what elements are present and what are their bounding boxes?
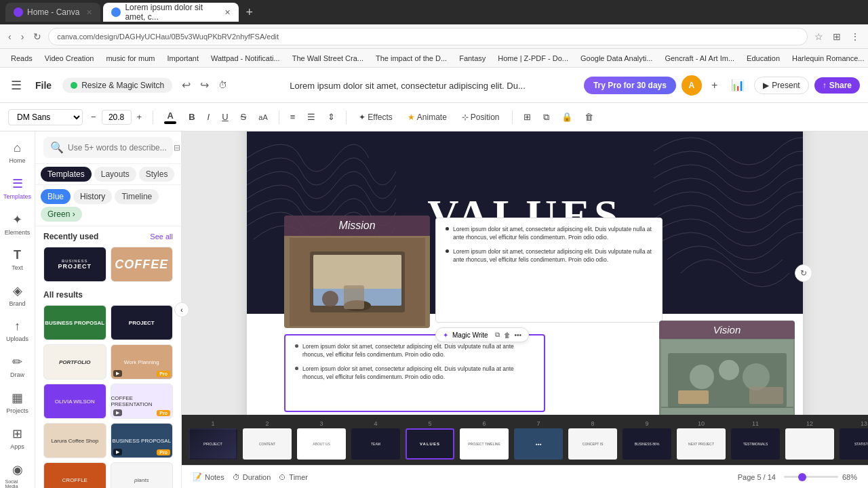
sidebar-item-templates[interactable]: ☰ Templates xyxy=(3,171,33,205)
add-user-button[interactable]: + xyxy=(707,77,722,94)
result-card-10[interactable]: plants xyxy=(111,462,174,488)
font-size-increase[interactable]: + xyxy=(133,109,146,125)
new-tab-button[interactable]: + xyxy=(241,5,257,20)
bookmark-zpdf[interactable]: Home | Z-PDF - Do... xyxy=(492,53,574,64)
sidebar-item-projects[interactable]: ▦ Projects xyxy=(3,385,33,420)
filter-history[interactable]: History xyxy=(73,189,112,204)
sidebar-collapse-button[interactable]: ‹ xyxy=(174,302,189,317)
back-button[interactable]: ‹ xyxy=(5,28,14,45)
thumb-4[interactable]: 4 TEAM xyxy=(351,420,400,460)
try-pro-button[interactable]: Try Pro for 30 days xyxy=(584,77,676,94)
analytics-button[interactable]: 📊 xyxy=(727,76,749,94)
result-card-9[interactable]: CROFFLE xyxy=(43,462,106,488)
thumb-box-7[interactable]: ●●● xyxy=(514,428,563,460)
result-card-7[interactable]: Larura Coffee Shop xyxy=(43,423,106,458)
bookmark-wattpad[interactable]: Wattpad - Notificati... xyxy=(205,53,285,64)
slide-canvas[interactable]: .wl { fill: none; stroke: rgba(255,255,2… xyxy=(247,131,803,415)
share-button[interactable]: ↑ Share xyxy=(814,77,860,94)
thumb-box-10[interactable]: NEXT PROJECT xyxy=(677,428,726,460)
thumb-7[interactable]: 7 ●●● xyxy=(514,420,563,460)
mission-section[interactable]: Mission xyxy=(284,216,430,331)
result-card-6[interactable]: ▶ COFFEE PRESENTATION Pro xyxy=(111,384,174,419)
result-card-8[interactable]: ▶ BUSINESS PROPOSAL Pro xyxy=(111,423,174,458)
tab-design[interactable]: Lorem ipsum dolor sit amet, c... ✕ xyxy=(103,3,239,22)
bookmark-fantasy[interactable]: Fantasy xyxy=(454,53,491,64)
case-button[interactable]: aA xyxy=(254,110,271,124)
thumb-box-8[interactable]: CONCEPT IS xyxy=(568,428,617,460)
search-input-wrap[interactable]: 🔍 ⊟ xyxy=(43,137,173,158)
star-button[interactable]: ☆ xyxy=(812,28,826,45)
list-button[interactable]: ☰ xyxy=(303,109,319,125)
bold-button[interactable]: B xyxy=(184,109,199,125)
strikethrough-button[interactable]: S xyxy=(237,109,251,125)
trash-icon[interactable]: 🗑 xyxy=(504,331,511,339)
result-card-3[interactable]: Portfolio xyxy=(43,344,106,380)
thumb-box-9[interactable]: BUSINESS 86% xyxy=(623,428,671,460)
notes-button[interactable]: 📝 Notes xyxy=(193,472,224,481)
thumb-12[interactable]: 12 xyxy=(785,420,834,460)
bookmark-google-data[interactable]: Google Data Analyti... xyxy=(575,53,658,64)
filter-icon[interactable]: ⊟ xyxy=(174,143,180,152)
thumb-box-2[interactable]: CONTENT xyxy=(243,428,292,460)
undo-button[interactable]: ↩ xyxy=(178,76,195,94)
tab-close-design[interactable]: ✕ xyxy=(224,8,231,17)
sidebar-item-apps[interactable]: ⊞ Apps xyxy=(3,421,33,455)
present-button[interactable]: ▶ Present xyxy=(754,77,808,94)
see-all-button[interactable]: See all xyxy=(150,232,173,241)
thumb-3[interactable]: 3 ABOUT US xyxy=(297,420,346,460)
bookmark-education[interactable]: Education xyxy=(741,53,785,64)
font-selector[interactable]: DM Sans xyxy=(8,109,83,125)
search-input[interactable] xyxy=(68,143,170,152)
sidebar-item-text[interactable]: T Text xyxy=(3,243,33,277)
timer-icon-button[interactable]: ⏱ xyxy=(214,76,231,94)
forward-button[interactable]: › xyxy=(18,28,27,45)
bookmark-wsj[interactable]: The Wall Street Cra... xyxy=(287,53,369,64)
bookmark-music[interactable]: music for mum xyxy=(100,53,160,64)
font-size-decrease[interactable]: − xyxy=(87,109,100,125)
vision-section[interactable]: Vision xyxy=(659,321,795,415)
lower-bullet-box[interactable]: Lorem ipsum dolor sit amet, consectetur … xyxy=(284,334,545,412)
tab-layouts[interactable]: Layouts xyxy=(94,167,136,182)
thumb-11[interactable]: 11 TESTIMONIALS xyxy=(731,420,780,460)
result-card-2[interactable]: PROJECT xyxy=(111,305,174,340)
address-bar[interactable]: canva.com/design/DAGHyUCHau/0B5v3WuqPKbR… xyxy=(48,28,808,45)
bookmark-harlequin[interactable]: Harlequin Romance... xyxy=(787,53,868,64)
sidebar-item-brand[interactable]: ◈ Brand xyxy=(3,278,33,312)
bullet-box-top[interactable]: Lorem ipsum dolor sit amet, consectetur … xyxy=(435,218,663,323)
crop-button[interactable]: ⧉ xyxy=(539,109,553,125)
menu-button[interactable]: ☰ xyxy=(8,75,24,96)
thumb-1[interactable]: 1 PROJECT xyxy=(189,420,237,460)
sidebar-item-elements[interactable]: ✦ Elements xyxy=(3,207,33,241)
zoom-slider[interactable] xyxy=(784,476,838,478)
thumb-box-1[interactable]: PROJECT xyxy=(189,428,237,460)
underline-button[interactable]: U xyxy=(218,109,232,125)
font-size-input[interactable] xyxy=(102,110,132,125)
align-button[interactable]: ≡ xyxy=(286,109,300,125)
position-button[interactable]: ⊹ Position xyxy=(456,110,505,125)
tab-templates[interactable]: Templates xyxy=(41,167,92,182)
bookmark-impact[interactable]: The impact of the D... xyxy=(370,53,452,64)
sidebar-item-home[interactable]: ⌂ Home xyxy=(3,136,33,169)
sidebar-item-social-media[interactable]: ◉ Social Media xyxy=(3,457,33,488)
effects-button[interactable]: ✦ Effects xyxy=(353,110,397,125)
tab-styles[interactable]: Styles xyxy=(139,167,175,182)
font-color-button[interactable]: A xyxy=(160,108,180,127)
result-card-1[interactable]: BUSINESS PROPOSAL xyxy=(43,305,106,340)
settings-button[interactable]: ⋮ xyxy=(848,28,863,45)
magic-switch-button[interactable]: Resize & Magic Switch xyxy=(62,78,172,93)
tab-close-home[interactable]: ✕ xyxy=(86,8,92,17)
user-avatar[interactable]: A xyxy=(682,75,702,96)
bookmark-important[interactable]: Important xyxy=(162,53,204,64)
delete-button[interactable]: 🗑 xyxy=(580,109,597,125)
thumb-box-11[interactable]: TESTIMONIALS xyxy=(731,428,780,460)
filter-timeline[interactable]: Timeline xyxy=(115,189,159,204)
extensions-button[interactable]: ⊞ xyxy=(830,28,844,45)
spacing-button[interactable]: ⇕ xyxy=(323,109,339,125)
redo-button[interactable]: ↪ xyxy=(196,76,213,94)
template-business-project[interactable]: BUSINESS PROJECT xyxy=(43,247,106,282)
refresh-button[interactable]: ↻ xyxy=(31,28,44,45)
thumb-box-12[interactable] xyxy=(785,428,834,460)
canvas-refresh-button[interactable]: ↻ xyxy=(795,264,812,282)
animate-button[interactable]: ★ Animate xyxy=(402,110,452,125)
filter-blue[interactable]: Blue xyxy=(41,189,71,204)
